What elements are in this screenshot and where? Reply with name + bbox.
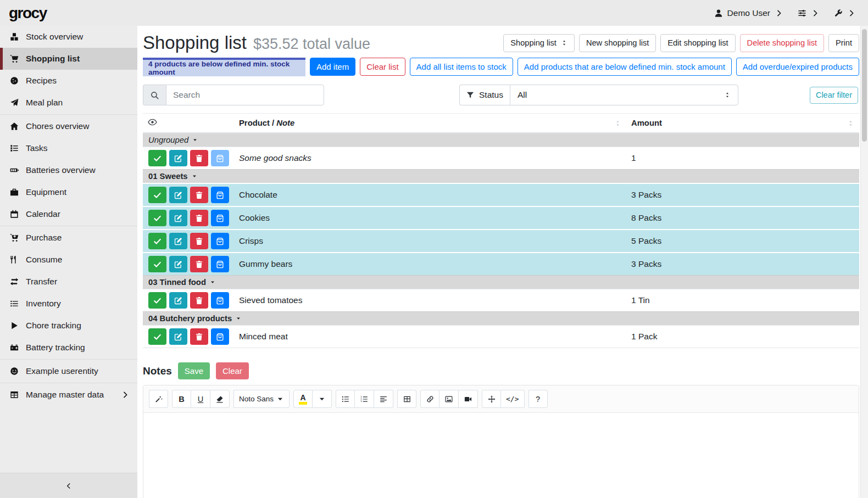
editor-button-group [397, 390, 416, 408]
underline-button[interactable]: U [191, 390, 210, 408]
clear-filter-button[interactable]: Clear filter [810, 87, 858, 104]
sidebar-item-meal-plan[interactable]: Meal plan [0, 92, 137, 114]
settings-menu[interactable] [798, 9, 820, 18]
style-magic-button[interactable] [149, 390, 168, 408]
amount-column-header[interactable]: Amount [626, 114, 859, 133]
done-button[interactable] [148, 292, 166, 309]
add-to-stock-button[interactable] [211, 292, 229, 309]
text-color-button[interactable]: A [293, 390, 313, 408]
ordered-list-button[interactable]: 123 [355, 390, 374, 408]
admin-menu[interactable] [834, 9, 856, 18]
notes-editor-body[interactable] [143, 413, 859, 498]
add-to-stock-button[interactable] [211, 187, 229, 203]
delete-button[interactable] [190, 328, 208, 345]
paragraph-style-button[interactable] [374, 390, 393, 408]
sidebar-item-chore-tracking[interactable]: Chore tracking [0, 315, 137, 337]
insert-picture-button[interactable] [439, 390, 459, 408]
search-button[interactable] [143, 85, 166, 105]
sidebar-collapse-button[interactable] [0, 473, 137, 498]
edit-button[interactable] [169, 187, 187, 203]
scrollbar[interactable] [860, 26, 868, 498]
remove-format-button[interactable] [210, 390, 230, 408]
sidebar-item-equipment[interactable]: Equipment [0, 181, 137, 203]
new-shopping-list-button[interactable]: New shopping list [579, 34, 656, 52]
sidebar-item-calendar[interactable]: Calendar [0, 203, 137, 225]
font-family-select[interactable]: Noto Sans [233, 390, 290, 408]
min-stock-alert[interactable]: 4 products are below defined min. stock … [143, 58, 305, 76]
edit-button[interactable] [169, 292, 187, 309]
search-input[interactable] [166, 85, 324, 105]
insert-video-button[interactable] [459, 390, 478, 408]
done-button[interactable] [148, 233, 166, 249]
sidebar-item-tasks[interactable]: Tasks [0, 137, 137, 159]
insert-table-button[interactable] [397, 390, 416, 408]
delete-shopping-list-button[interactable]: Delete shopping list [740, 34, 824, 52]
notes-save-button[interactable]: Save [178, 362, 210, 379]
bold-button[interactable]: B [172, 390, 191, 408]
clear-list-button[interactable]: Clear list [360, 58, 405, 76]
sidebar-item-recipes[interactable]: Recipes [0, 70, 137, 92]
done-button[interactable] [148, 328, 166, 345]
print-button[interactable]: Print [828, 34, 859, 52]
add-below-min-stock-button[interactable]: Add products that are below defined min.… [518, 58, 732, 76]
product-column-header[interactable]: Product / Note [234, 114, 626, 133]
insert-link-button[interactable] [420, 390, 439, 408]
user-menu[interactable]: Demo User [714, 8, 783, 18]
sidebar-item-inventory[interactable]: Inventory [0, 293, 137, 315]
add-overdue-button[interactable]: Add overdue/expired products [736, 58, 859, 76]
sidebar-item-battery-tracking[interactable]: Battery tracking [0, 337, 137, 359]
sidebar-item-transfer[interactable]: Transfer [0, 271, 137, 293]
add-to-stock-button[interactable] [211, 210, 229, 226]
product-amount: 1 Tin [626, 289, 859, 312]
product-group-label: Ungrouped [148, 136, 188, 144]
sidebar-item-example-userentity[interactable]: Example userentity [0, 360, 137, 382]
delete-button[interactable] [190, 292, 208, 309]
sidebar-item-stock-overview[interactable]: Stock overview [0, 26, 137, 48]
delete-button[interactable] [190, 233, 208, 249]
fullscreen-button[interactable] [482, 390, 501, 408]
delete-button[interactable] [190, 150, 208, 166]
edit-button[interactable] [169, 210, 187, 226]
edit-button[interactable] [169, 233, 187, 249]
sidebar-item-shopping-list[interactable]: Shopping list [0, 48, 137, 70]
delete-button[interactable] [190, 187, 208, 203]
done-button[interactable] [148, 256, 166, 272]
edit-shopping-list-button[interactable]: Edit shopping list [660, 34, 735, 52]
edit-button[interactable] [169, 328, 187, 345]
shopping-list-selector[interactable]: Shopping list [503, 34, 575, 52]
sidebar-item-consume[interactable]: Consume [0, 249, 137, 271]
scrollbar-thumb[interactable] [862, 29, 867, 142]
edit-button[interactable] [169, 150, 187, 166]
visibility-column-header[interactable] [143, 114, 234, 133]
sidebar-divider [0, 359, 137, 360]
sidebar-item-chores-overview[interactable]: Chores overview [0, 115, 137, 137]
chevron-right-icon [119, 390, 131, 399]
sidebar-item-batteries-overview[interactable]: Batteries overview [0, 159, 137, 181]
text-color-caret-button[interactable] [313, 390, 332, 408]
app-logo[interactable]: grocy [9, 4, 47, 22]
delete-button[interactable] [190, 256, 208, 272]
done-button[interactable] [148, 187, 166, 203]
help-button[interactable]: ? [528, 390, 548, 408]
code-view-button[interactable]: </> [501, 390, 524, 408]
done-button[interactable] [148, 210, 166, 226]
add-to-stock-button[interactable] [211, 328, 229, 345]
unordered-list-button[interactable] [336, 390, 355, 408]
sidebar-item-purchase[interactable]: Purchase [0, 227, 137, 249]
add-all-to-stock-button[interactable]: Add all list items to stock [410, 58, 513, 76]
edit-button[interactable] [169, 256, 187, 272]
product-group-header[interactable]: 04 Butchery products [143, 312, 859, 326]
done-button[interactable] [148, 150, 166, 166]
product-group-header[interactable]: 01 Sweets [143, 170, 859, 184]
add-item-button[interactable]: Add item [310, 58, 355, 76]
add-to-stock-button[interactable] [211, 150, 229, 166]
trash-icon [195, 260, 203, 268]
add-to-stock-button[interactable] [211, 233, 229, 249]
delete-button[interactable] [190, 210, 208, 226]
sidebar-item-manage-master-data[interactable]: Manage master data [0, 384, 137, 406]
notes-clear-button[interactable]: Clear [216, 362, 249, 379]
product-group-header[interactable]: Ungrouped [143, 133, 859, 147]
product-group-header[interactable]: 03 Tinned food [143, 276, 859, 289]
status-filter-select[interactable]: All [510, 85, 738, 105]
add-to-stock-button[interactable] [211, 256, 229, 272]
